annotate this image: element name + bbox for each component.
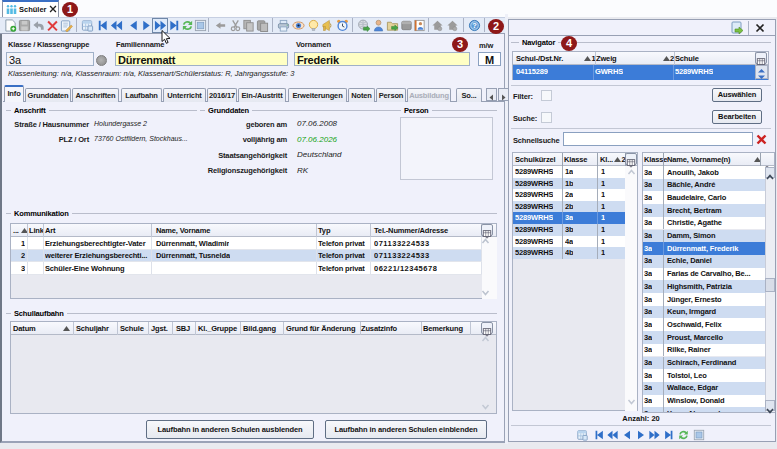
svg-text:?: ? — [472, 21, 477, 30]
